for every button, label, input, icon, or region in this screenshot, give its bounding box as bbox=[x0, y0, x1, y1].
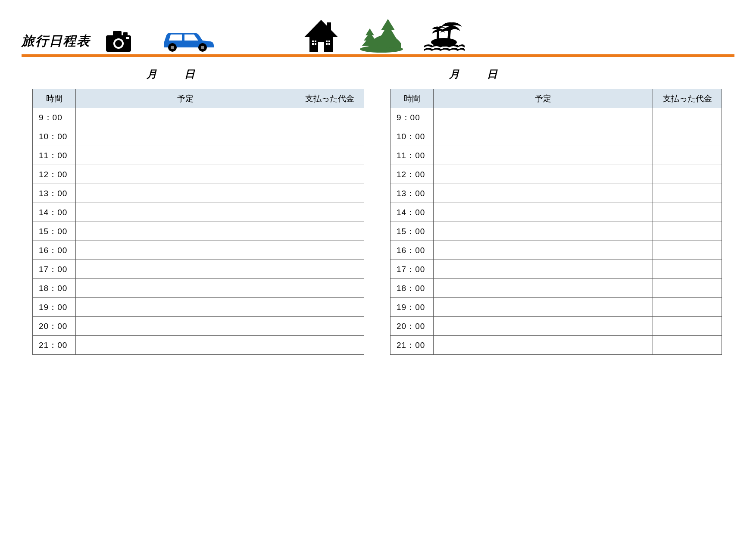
svg-rect-2 bbox=[123, 32, 128, 36]
tables-container: 時間 予定 支払った代金 9：0010：0011：0012：0013：0014：… bbox=[22, 89, 734, 355]
plan-cell bbox=[434, 127, 653, 146]
table-row: 16：00 bbox=[390, 241, 722, 260]
plan-cell bbox=[76, 336, 295, 355]
time-cell: 12：00 bbox=[390, 165, 434, 184]
table-row: 11：00 bbox=[390, 146, 722, 165]
cost-cell bbox=[295, 260, 364, 279]
plan-cell bbox=[76, 203, 295, 222]
svg-point-7 bbox=[171, 46, 174, 49]
plan-cell bbox=[76, 241, 295, 260]
time-cell: 16：00 bbox=[33, 241, 76, 260]
plan-cell bbox=[434, 146, 653, 165]
col-time: 時間 bbox=[390, 89, 434, 108]
svg-rect-13 bbox=[318, 42, 324, 52]
time-cell: 13：00 bbox=[390, 184, 434, 203]
table-row: 12：00 bbox=[390, 165, 722, 184]
table-row: 20：00 bbox=[390, 317, 722, 336]
plan-cell bbox=[76, 146, 295, 165]
col-plan: 予定 bbox=[76, 89, 295, 108]
cost-cell bbox=[653, 146, 722, 165]
cost-cell bbox=[653, 260, 722, 279]
table-row: 16：00 bbox=[33, 241, 364, 260]
time-cell: 17：00 bbox=[33, 260, 76, 279]
cost-cell bbox=[295, 241, 364, 260]
island-icon bbox=[422, 19, 465, 53]
plan-cell bbox=[434, 184, 653, 203]
time-cell: 12：00 bbox=[33, 165, 76, 184]
plan-cell bbox=[434, 279, 653, 298]
svg-rect-19 bbox=[326, 42, 330, 43]
schedule-table-left: 時間 予定 支払った代金 9：0010：0011：0012：0013：0014：… bbox=[32, 89, 364, 355]
cost-cell bbox=[295, 336, 364, 355]
time-cell: 20：00 bbox=[33, 317, 76, 336]
col-cost: 支払った代金 bbox=[295, 89, 364, 108]
plan-cell bbox=[434, 203, 653, 222]
tbody-right: 9：0010：0011：0012：0013：0014：0015：0016：001… bbox=[390, 108, 722, 355]
table-row: 21：00 bbox=[390, 336, 722, 355]
svg-rect-1 bbox=[113, 31, 122, 36]
time-cell: 18：00 bbox=[33, 279, 76, 298]
table-row: 11：00 bbox=[33, 146, 364, 165]
page-title: 旅行日程表 bbox=[22, 32, 91, 53]
plan-cell bbox=[76, 298, 295, 317]
cost-cell bbox=[653, 203, 722, 222]
time-cell: 11：00 bbox=[33, 146, 76, 165]
col-time: 時間 bbox=[33, 89, 76, 108]
date-row: 月 日 月 日 bbox=[22, 67, 734, 81]
date-label-right: 月 日 bbox=[449, 67, 506, 81]
time-cell: 19：00 bbox=[33, 298, 76, 317]
time-cell: 18：00 bbox=[390, 279, 434, 298]
icon-group-right bbox=[302, 17, 465, 53]
svg-rect-17 bbox=[312, 42, 316, 43]
time-cell: 15：00 bbox=[390, 222, 434, 241]
table-row: 19：00 bbox=[390, 298, 722, 317]
table-row: 19：00 bbox=[33, 298, 364, 317]
cost-cell bbox=[295, 165, 364, 184]
table-row: 15：00 bbox=[390, 222, 722, 241]
plan-cell bbox=[434, 336, 653, 355]
camera-icon bbox=[103, 30, 134, 53]
cost-cell bbox=[653, 317, 722, 336]
cost-cell bbox=[295, 184, 364, 203]
svg-point-9 bbox=[201, 46, 204, 49]
svg-point-4 bbox=[115, 40, 122, 47]
time-cell: 17：00 bbox=[390, 260, 434, 279]
plan-cell bbox=[434, 260, 653, 279]
col-plan: 予定 bbox=[434, 89, 653, 108]
col-cost: 支払った代金 bbox=[653, 89, 722, 108]
table-row: 18：00 bbox=[33, 279, 364, 298]
trees-icon bbox=[358, 17, 405, 53]
table-row: 17：00 bbox=[390, 260, 722, 279]
svg-rect-22 bbox=[387, 46, 389, 49]
time-cell: 9：00 bbox=[33, 108, 76, 127]
table-row: 13：00 bbox=[33, 184, 364, 203]
time-cell: 19：00 bbox=[390, 298, 434, 317]
cost-cell bbox=[653, 279, 722, 298]
cost-cell bbox=[653, 222, 722, 241]
house-icon bbox=[302, 19, 341, 53]
plan-cell bbox=[434, 241, 653, 260]
time-cell: 9：00 bbox=[390, 108, 434, 127]
time-cell: 11：00 bbox=[390, 146, 434, 165]
time-cell: 21：00 bbox=[390, 336, 434, 355]
cost-cell bbox=[295, 298, 364, 317]
tbody-left: 9：0010：0011：0012：0013：0014：0015：0016：001… bbox=[33, 108, 364, 355]
table-row: 10：00 bbox=[33, 127, 364, 146]
time-cell: 16：00 bbox=[390, 241, 434, 260]
cost-cell bbox=[295, 127, 364, 146]
time-cell: 21：00 bbox=[33, 336, 76, 355]
table-row: 15：00 bbox=[33, 222, 364, 241]
plan-cell bbox=[76, 184, 295, 203]
cost-cell bbox=[653, 127, 722, 146]
table-row: 12：00 bbox=[33, 165, 364, 184]
cost-cell bbox=[295, 108, 364, 127]
svg-marker-23 bbox=[362, 28, 378, 46]
time-cell: 15：00 bbox=[33, 222, 76, 241]
cost-cell bbox=[653, 165, 722, 184]
cost-cell bbox=[295, 203, 364, 222]
schedule-table-right: 時間 予定 支払った代金 9：0010：0011：0012：0013：0014：… bbox=[390, 89, 722, 355]
cost-cell bbox=[653, 108, 722, 127]
plan-cell bbox=[434, 317, 653, 336]
table-row: 9：00 bbox=[33, 108, 364, 127]
svg-marker-11 bbox=[304, 20, 338, 37]
